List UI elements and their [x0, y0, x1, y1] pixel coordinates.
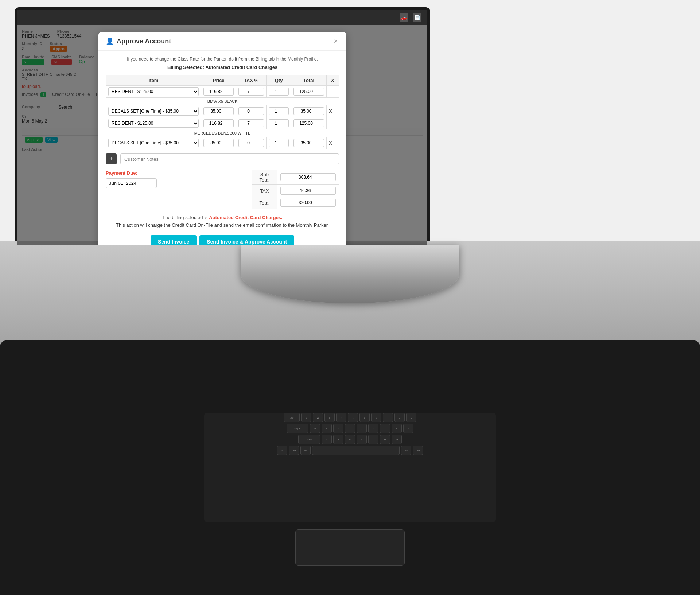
billing-info-highlight: Automated Credit Card Charges. [209, 215, 283, 220]
payment-due-section: Payment Due: [106, 170, 157, 188]
key-l[interactable]: l [403, 424, 413, 433]
summary-subtotal-row: Sub Total [252, 170, 339, 185]
item-4-price-input[interactable] [203, 139, 234, 147]
key-c[interactable]: c [345, 435, 355, 444]
item-1-tax-cell [236, 86, 266, 98]
key-o[interactable]: o [394, 413, 405, 422]
item-4-tax-cell [236, 137, 266, 149]
item-1-total-input[interactable] [293, 88, 324, 96]
key-u[interactable]: u [371, 413, 381, 422]
modal-note: If you need to change the Class Rate for… [106, 57, 339, 62]
key-e[interactable]: e [324, 413, 335, 422]
payment-due-input[interactable] [106, 178, 157, 188]
item-2-tax-input[interactable] [238, 107, 264, 115]
item-4-price-cell [201, 137, 236, 149]
item-4-remove-button[interactable]: X [329, 140, 332, 146]
key-a[interactable]: a [310, 424, 320, 433]
customer-notes-input[interactable] [120, 153, 339, 164]
key-d[interactable]: d [333, 424, 343, 433]
trackpad[interactable] [295, 529, 405, 566]
key-alt[interactable]: alt [300, 446, 311, 455]
key-w[interactable]: w [313, 413, 323, 422]
modal-title-text: Approve Account [117, 38, 171, 45]
item-4-qty-input[interactable] [269, 139, 289, 147]
tax-label: TAX [252, 185, 277, 197]
item-3-price-input[interactable] [203, 119, 234, 127]
item-3-select[interactable]: RESIDENT - $125.00 [108, 119, 199, 128]
send-invoice-approve-button[interactable]: Send Invoice & Approve Account [199, 235, 294, 245]
item-3-price-cell [201, 117, 236, 129]
subtotal-input[interactable] [280, 173, 336, 181]
key-q[interactable]: q [301, 413, 311, 422]
total-input[interactable] [280, 199, 336, 207]
key-n[interactable]: n [380, 435, 390, 444]
billing-info-text: The billing selected is Automated Credit… [106, 214, 339, 229]
key-space[interactable] [312, 446, 400, 455]
billing-selected-value: Automated Credit Card Charges [205, 65, 277, 70]
doc-icon: 📄 [413, 13, 421, 22]
item-3-tax-input[interactable] [238, 119, 264, 127]
background-app: 🚗 📄 Name PHEN JAMES Phone 7133521544 [0, 0, 700, 595]
item-1-price-cell [201, 86, 236, 98]
key-b[interactable]: b [368, 435, 378, 444]
item-2-select-cell: DECALS SET [One Time] - $35.00 [106, 105, 201, 117]
key-p[interactable]: p [406, 413, 416, 422]
key-row-3: shift z x c v b n m [204, 435, 496, 444]
item-3-qty-input[interactable] [269, 119, 289, 127]
key-shift[interactable]: shift [298, 435, 320, 444]
item-1-price-input[interactable] [203, 88, 234, 96]
summary-tax-row: TAX [252, 185, 339, 197]
item-2-total-input[interactable] [293, 107, 324, 115]
key-ctrl[interactable]: ctrl [289, 446, 299, 455]
item-4-select-cell: DECALS SET [One Time] - $35.00 [106, 137, 201, 149]
item-4-total-input[interactable] [293, 139, 324, 147]
item-1-select[interactable]: RESIDENT - $125.00 [108, 87, 199, 96]
tax-input[interactable] [280, 187, 336, 195]
key-r[interactable]: r [336, 413, 346, 422]
key-m[interactable]: m [392, 435, 402, 444]
key-y[interactable]: y [359, 413, 370, 422]
modal-close-button[interactable]: × [332, 38, 339, 45]
total-value [277, 197, 339, 209]
item-1-qty-input[interactable] [269, 88, 289, 96]
item-2-price-input[interactable] [203, 107, 234, 115]
item-4-select[interactable]: DECALS SET [One Time] - $35.00 [108, 139, 199, 147]
modal-body: If you need to change the Class Rate for… [98, 51, 346, 245]
item-2-x-cell: X [326, 105, 339, 117]
item-2-select[interactable]: DECALS SET [One Time] - $35.00 [108, 107, 199, 116]
key-h[interactable]: h [368, 424, 378, 433]
item-2-remove-button[interactable]: X [329, 108, 332, 114]
key-x[interactable]: x [333, 435, 343, 444]
item-1-tax-input[interactable] [238, 88, 264, 96]
key-fn[interactable]: fn [277, 446, 287, 455]
item-row-1-sub: BMW X5 BLACK [106, 98, 339, 105]
key-k[interactable]: k [392, 424, 402, 433]
key-alt-r[interactable]: alt [401, 446, 411, 455]
item-4-qty-cell [266, 137, 291, 149]
key-s[interactable]: s [322, 424, 332, 433]
item-3-total-cell [291, 117, 326, 129]
key-i[interactable]: i [383, 413, 393, 422]
key-row-space: fn ctrl alt alt ctrl [204, 446, 496, 455]
key-v[interactable]: v [357, 435, 367, 444]
key-caps[interactable]: caps [287, 424, 308, 433]
item-4-total-cell [291, 137, 326, 149]
key-f[interactable]: f [345, 424, 355, 433]
key-z[interactable]: z [322, 435, 332, 444]
item-1-select-cell: RESIDENT - $125.00 [106, 86, 201, 98]
key-g[interactable]: g [357, 424, 367, 433]
controls-row: + [106, 153, 339, 164]
key-ctrl-r[interactable]: ctrl [413, 446, 423, 455]
key-j[interactable]: j [380, 424, 390, 433]
modal-header: 👤 Approve Account × [98, 32, 346, 51]
key-t[interactable]: t [348, 413, 358, 422]
monitor-frame: 🚗 📄 Name PHEN JAMES Phone 7133521544 [15, 7, 430, 248]
app-topbar: 🚗 📄 [18, 10, 427, 25]
send-invoice-button[interactable]: Send Invoice [151, 235, 197, 245]
item-3-total-input[interactable] [293, 119, 324, 127]
item-4-tax-input[interactable] [238, 139, 264, 147]
key-tab[interactable]: tab [284, 413, 300, 422]
add-item-button[interactable]: + [106, 153, 117, 164]
item-1-subtext: BMW X5 BLACK [106, 98, 339, 105]
item-2-qty-input[interactable] [269, 107, 289, 115]
